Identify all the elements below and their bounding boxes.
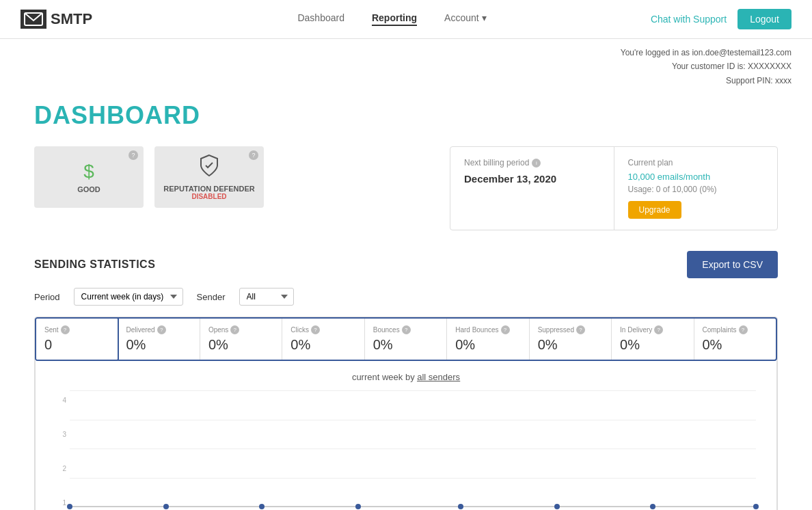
grid-line-1 — [70, 478, 756, 479]
nav-account[interactable]: Account ▾ — [444, 12, 486, 26]
next-billing: Next billing period i December 13, 2020 — [450, 147, 614, 230]
current-plan-label: Current plan — [628, 158, 764, 167]
stat-delivered[interactable]: Delivered ? 0% — [118, 319, 200, 360]
sender-select[interactable]: All — [239, 288, 294, 306]
delivered-help-icon[interactable]: ? — [157, 325, 166, 334]
chart-container: current week by all senders 4 3 2 1 — [35, 361, 777, 510]
stat-opens-label: Opens ? — [208, 325, 273, 334]
stat-delivered-value: 0% — [126, 337, 191, 353]
billing-section: Next billing period i December 13, 2020 … — [450, 146, 778, 230]
page-title: DASHBOARD — [34, 101, 778, 130]
bounces-help-icon[interactable]: ? — [402, 325, 411, 334]
stat-sent[interactable]: Sent ? 0 — [35, 317, 119, 361]
clicks-help-icon[interactable]: ? — [311, 325, 320, 334]
complaints-help-icon[interactable]: ? — [739, 325, 748, 334]
stat-clicks-value: 0% — [290, 337, 355, 353]
chat-support-link[interactable]: Chat with Support — [651, 14, 727, 25]
good-card-label: GOOD — [77, 185, 100, 193]
logo-icon — [21, 10, 46, 29]
grid-line-4 — [70, 390, 756, 391]
stat-delivered-label: Delivered ? — [126, 325, 191, 334]
chart-subtitle: current week by all senders — [49, 372, 763, 382]
next-billing-label: Next billing period i — [464, 158, 600, 167]
stat-in-delivery-value: 0% — [620, 337, 685, 353]
stat-bounces-label: Bounces ? — [373, 325, 438, 334]
grid-line-3 — [70, 420, 756, 420]
timeline-dot-0 — [67, 504, 72, 509]
customer-id: Your customer ID is: XXXXXXXX — [0, 59, 791, 73]
good-status-card[interactable]: ? $ GOOD — [34, 146, 144, 208]
y-label-2: 2 — [49, 465, 66, 472]
stat-tiles: Sent ? 0 Delivered ? 0% Opens — [35, 317, 777, 361]
billing-date: December 13, 2020 — [464, 173, 600, 185]
stat-opens[interactable]: Opens ? 0% — [200, 319, 282, 360]
stat-in-delivery[interactable]: In Delivery ? 0% — [612, 319, 694, 360]
reputation-card-label: REPUTATION DEFENDER — [163, 185, 254, 193]
sending-statistics-section: SENDING STATISTICS Export to CSV Period … — [34, 251, 778, 510]
stat-opens-value: 0% — [208, 337, 273, 353]
plan-usage: Usage: 0 of 10,000 (0%) — [628, 185, 764, 194]
stat-complaints-value: 0% — [703, 337, 768, 353]
y-label-1: 1 — [49, 499, 66, 507]
suppressed-help-icon[interactable]: ? — [576, 325, 585, 334]
export-csv-button[interactable]: Export to CSV — [687, 251, 778, 278]
stat-clicks-label: Clicks ? — [290, 325, 355, 334]
navbar: SMTP Dashboard Reporting Account ▾ Chat … — [0, 0, 812, 39]
stat-hard-bounces[interactable]: Hard Bounces ? 0% — [447, 319, 529, 360]
timeline-dot-1 — [163, 504, 169, 509]
nav-dashboard[interactable]: Dashboard — [297, 12, 344, 26]
stat-hard-bounces-label: Hard Bounces ? — [455, 325, 520, 334]
reputation-card-help-icon[interactable]: ? — [249, 150, 258, 160]
stat-bounces[interactable]: Bounces ? 0% — [365, 319, 447, 360]
current-plan: Current plan 10,000 emails/month Usage: … — [614, 147, 778, 230]
logout-button[interactable]: Logout — [737, 9, 791, 29]
sending-stats-title: SENDING STATISTICS — [34, 258, 155, 271]
main-content: DASHBOARD ? $ GOOD ? REPUTATION DEFENDER — [0, 88, 812, 510]
reputation-card-status: DISABLED — [191, 193, 226, 200]
nav-reporting[interactable]: Reporting — [372, 12, 417, 26]
top-row: ? $ GOOD ? REPUTATION DEFENDER DISABLED — [34, 146, 778, 230]
nav-right: Chat with Support Logout — [651, 9, 791, 29]
stat-complaints[interactable]: Complaints ? 0% — [694, 319, 776, 360]
stat-sent-value: 0 — [44, 337, 109, 353]
filters: Period Current week (in days) Sender All — [34, 288, 778, 306]
logged-in-as: You're logged in as ion.doe@testemail123… — [0, 46, 791, 59]
dollar-icon: $ — [83, 161, 94, 183]
chart-grid — [70, 390, 756, 507]
sending-stats-header: SENDING STATISTICS Export to CSV — [34, 251, 778, 278]
billing-help-icon[interactable]: i — [532, 159, 541, 167]
logo-text: SMTP — [51, 10, 92, 28]
y-label-3: 3 — [49, 431, 66, 438]
reputation-defender-card[interactable]: ? REPUTATION DEFENDER DISABLED — [154, 146, 264, 208]
timeline-dot-5 — [554, 504, 560, 509]
upgrade-button[interactable]: Upgrade — [628, 201, 681, 219]
period-label: Period — [34, 292, 60, 302]
logo[interactable]: SMTP — [21, 10, 92, 29]
stat-clicks[interactable]: Clicks ? 0% — [282, 319, 364, 360]
stat-hard-bounces-value: 0% — [455, 337, 520, 353]
timeline-dot-4 — [458, 504, 463, 509]
all-senders-link[interactable]: all senders — [417, 372, 460, 382]
good-card-help-icon[interactable]: ? — [128, 150, 138, 160]
stat-sent-label: Sent ? — [44, 325, 109, 334]
opens-help-icon[interactable]: ? — [230, 325, 239, 334]
in-delivery-help-icon[interactable]: ? — [654, 325, 663, 334]
period-select[interactable]: Current week (in days) — [74, 288, 183, 306]
timeline-dot-6 — [650, 504, 655, 509]
stat-bounces-value: 0% — [373, 337, 438, 353]
support-pin: Support PIN: xxxx — [0, 74, 791, 88]
stat-suppressed-value: 0% — [538, 337, 603, 353]
nav-links: Dashboard Reporting Account ▾ — [133, 12, 651, 26]
timeline-dot-3 — [355, 504, 361, 509]
stat-complaints-label: Complaints ? — [703, 325, 768, 334]
y-label-4: 4 — [49, 397, 66, 404]
grid-line-2 — [70, 448, 756, 449]
plan-emails: 10,000 emails/month — [628, 172, 764, 182]
stats-wrapper: Sent ? 0 Delivered ? 0% Opens — [34, 317, 778, 510]
sent-help-icon[interactable]: ? — [61, 325, 70, 334]
stat-suppressed[interactable]: Suppressed ? 0% — [530, 319, 612, 360]
stat-in-delivery-label: In Delivery ? — [620, 325, 685, 334]
hard-bounces-help-icon[interactable]: ? — [501, 325, 510, 334]
chart-area: 4 3 2 1 — [49, 390, 763, 510]
sender-label: Sender — [197, 292, 226, 302]
